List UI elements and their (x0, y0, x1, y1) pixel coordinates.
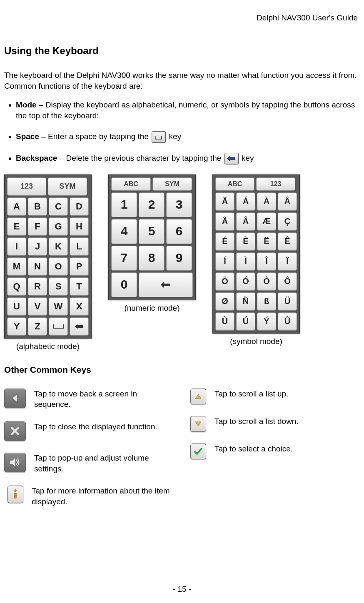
ck-back-text: Tap to move back a screen in sequence. (34, 389, 174, 410)
key-5[interactable]: 5 (139, 219, 165, 244)
scroll-down-icon[interactable] (190, 416, 206, 432)
key-sym[interactable]: Ù (215, 312, 234, 331)
key-u[interactable]: U (7, 297, 26, 316)
back-label: Backspace (16, 154, 57, 162)
key-n[interactable]: N (28, 257, 47, 276)
key-p[interactable]: P (70, 257, 89, 276)
key-c[interactable]: C (49, 197, 68, 216)
key-space[interactable] (49, 317, 68, 336)
key-d[interactable]: D (70, 197, 89, 216)
key-f[interactable]: F (28, 217, 47, 236)
key-sym[interactable]: Ò (257, 272, 276, 291)
key-sym[interactable]: Æ (257, 212, 276, 231)
key-8[interactable]: 8 (139, 246, 165, 271)
key-7[interactable]: 7 (111, 246, 137, 271)
svg-marker-8 (195, 422, 201, 426)
key-h[interactable]: H (70, 217, 89, 236)
key-x[interactable]: X (70, 297, 89, 316)
scroll-up-icon[interactable] (190, 389, 206, 404)
check-icon[interactable] (190, 444, 206, 459)
key-r[interactable]: R (28, 277, 47, 296)
tab-sym[interactable]: SYM (48, 177, 87, 196)
key-sym[interactable]: Ç (278, 212, 297, 231)
key-sym[interactable]: ß (257, 292, 276, 311)
key-e[interactable]: E (7, 217, 26, 236)
bullet-dot-icon: ● (4, 131, 16, 141)
key-sym[interactable]: Â (236, 212, 255, 231)
key-sym[interactable]: Ö (215, 272, 234, 291)
tab-abc[interactable]: ABC (215, 177, 254, 191)
bullet-list: ● Mode – Display the keyboard as alphabe… (4, 100, 360, 164)
key-4[interactable]: 4 (111, 219, 137, 244)
key-sym[interactable]: Ý (257, 312, 276, 331)
key-1[interactable]: 1 (111, 192, 137, 217)
key-sym[interactable]: Ø (215, 292, 234, 311)
intro-paragraph: The keyboard of the Delphi NAV300 works … (4, 70, 360, 91)
volume-icon[interactable] (4, 453, 26, 472)
key-sym[interactable]: Ã (215, 212, 234, 231)
ck-row-down: Tap to scroll a list down. (190, 416, 360, 432)
ck-row-close: Tap to close the displayed function. (4, 421, 174, 441)
key-sym[interactable]: Ú (236, 312, 255, 331)
key-l[interactable]: L (70, 237, 89, 256)
key-backspace[interactable] (70, 317, 89, 336)
space-post: key (167, 132, 181, 141)
mode-text: – Display the keyboard as alphabetical, … (16, 100, 355, 120)
back-post: key (239, 154, 254, 162)
key-q[interactable]: Q (7, 277, 26, 296)
key-sym[interactable]: Ï (278, 252, 297, 271)
key-i[interactable]: I (7, 237, 26, 256)
key-sym[interactable]: Ì (236, 252, 255, 271)
key-sym[interactable]: Ñ (236, 292, 255, 311)
key-a[interactable]: A (7, 197, 26, 216)
key-sym[interactable]: Å (278, 192, 297, 211)
key-z[interactable]: Z (28, 317, 47, 336)
key-j[interactable]: J (28, 237, 47, 256)
key-sym[interactable]: Í (215, 252, 234, 271)
key-sym[interactable]: Ü (278, 292, 297, 311)
key-y[interactable]: Y (7, 317, 26, 336)
tab-123[interactable]: 123 (256, 177, 295, 191)
tab-123[interactable]: 123 (7, 177, 46, 196)
keyboard-numeric: ABC SYM 123 456 789 0 (108, 174, 196, 300)
tab-abc[interactable]: ABC (111, 177, 151, 191)
bullet-backspace: ● Backspace – Delete the previous charac… (4, 153, 360, 164)
svg-marker-0 (227, 156, 235, 161)
back-arrow-icon[interactable] (4, 389, 26, 408)
key-sym[interactable]: Î (257, 252, 276, 271)
key-t[interactable]: T (70, 277, 89, 296)
svg-marker-4 (10, 458, 15, 466)
caption-alpha: (alphabetic mode) (16, 341, 80, 352)
key-sym[interactable]: Á (236, 192, 255, 211)
key-sym[interactable]: Ë (257, 232, 276, 251)
key-s[interactable]: S (49, 277, 68, 296)
bullet-dot-icon: ● (4, 100, 16, 109)
key-backspace[interactable] (139, 272, 193, 297)
key-9[interactable]: 9 (166, 246, 192, 271)
key-3[interactable]: 3 (166, 192, 192, 217)
keyboard-symbol-col: ABC 123 ÄÁÀÅ ÃÂÆÇ ÉÈËÊ ÍÌÎÏ ÖÓÒÔ ØÑßÜ ÙÚ… (212, 174, 300, 352)
key-b[interactable]: B (28, 197, 47, 216)
key-sym[interactable]: Ê (278, 232, 297, 251)
key-sym[interactable]: Û (278, 312, 297, 331)
key-v[interactable]: V (28, 297, 47, 316)
key-sym[interactable]: Ä (215, 192, 234, 211)
info-icon[interactable] (7, 486, 23, 503)
key-sym[interactable]: È (236, 232, 255, 251)
key-0[interactable]: 0 (111, 272, 137, 297)
key-sym[interactable]: Ô (278, 272, 297, 291)
key-k[interactable]: K (49, 237, 68, 256)
key-sym[interactable]: Ó (236, 272, 255, 291)
key-sym[interactable]: À (257, 192, 276, 211)
key-2[interactable]: 2 (139, 192, 165, 217)
tab-sym[interactable]: SYM (152, 177, 192, 191)
key-o[interactable]: O (49, 257, 68, 276)
key-g[interactable]: G (49, 217, 68, 236)
backspace-key-icon (224, 153, 239, 164)
key-m[interactable]: M (7, 257, 26, 276)
key-sym[interactable]: É (215, 232, 234, 251)
key-w[interactable]: W (49, 297, 68, 316)
keyboard-figures: 123 SYM ABCD EFGH IJKL MNOP QRST UVWX Y … (4, 174, 360, 352)
close-icon[interactable] (4, 421, 26, 441)
key-6[interactable]: 6 (166, 219, 192, 244)
